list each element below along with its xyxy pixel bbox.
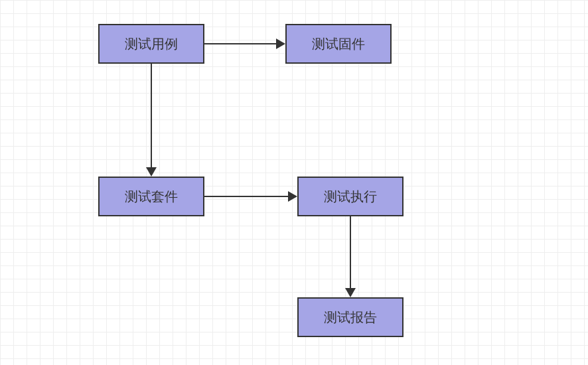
node-label: 测试用例	[125, 35, 178, 53]
edge-case-to-suite	[151, 64, 152, 167]
arrowhead-icon	[288, 191, 297, 202]
arrowhead-icon	[345, 288, 356, 297]
node-test-fixture: 测试固件	[285, 24, 392, 64]
node-label: 测试执行	[324, 188, 377, 206]
node-test-case: 测试用例	[98, 24, 204, 64]
node-test-execute: 测试执行	[297, 177, 404, 216]
edge-execute-to-report	[350, 216, 351, 288]
node-label: 测试报告	[324, 309, 377, 327]
edge-case-to-fixture	[204, 43, 276, 44]
node-label: 测试套件	[125, 188, 178, 206]
node-test-suite: 测试套件	[98, 177, 204, 216]
node-test-report: 测试报告	[297, 297, 404, 337]
arrowhead-icon	[276, 38, 285, 49]
edge-suite-to-execute	[204, 196, 288, 197]
node-label: 测试固件	[312, 35, 365, 53]
arrowhead-icon	[146, 167, 157, 177]
